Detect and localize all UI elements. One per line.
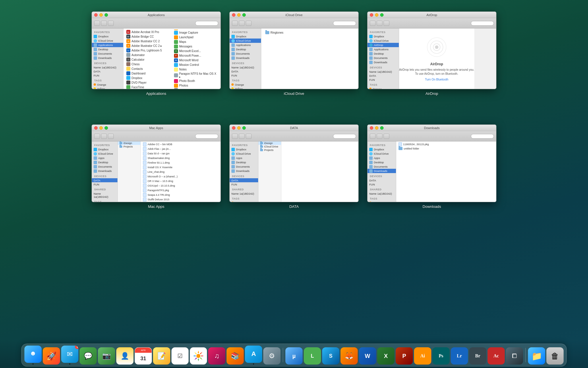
dock-item-photos[interactable]: [190, 347, 207, 365]
search-macapps[interactable]: [195, 134, 218, 139]
forward-btn-dl[interactable]: [377, 134, 382, 139]
sidebar-applications-item[interactable]: Applications: [92, 43, 123, 47]
zoom-button-downloads[interactable]: [380, 126, 384, 130]
dock-item-folder[interactable]: 📁: [528, 347, 545, 365]
back-btn-macapps[interactable]: [94, 134, 100, 139]
close-button-icloud[interactable]: [232, 13, 235, 17]
search-dl[interactable]: [471, 134, 494, 139]
sidebar-data-device[interactable]: DATA: [92, 69, 123, 73]
finder-window-applications[interactable]: Applications Favorites Dropbox iCloud Dr…: [92, 12, 221, 89]
zoom-button-airdrop[interactable]: [380, 13, 384, 17]
dock-item-sysprefs[interactable]: ⚙: [263, 347, 281, 365]
search-airdrop[interactable]: [471, 21, 494, 26]
sidebar-icloud-docs[interactable]: Documents: [230, 51, 261, 56]
airdrop-bluetooth-link[interactable]: Turn On Bluetooth: [425, 78, 448, 81]
dock-item-acrobat[interactable]: Ac: [488, 347, 505, 365]
view-btn-icloud[interactable]: [246, 21, 252, 26]
sidebar-desktop[interactable]: Desktop: [92, 47, 123, 51]
dock-item-ppt[interactable]: P: [396, 347, 413, 365]
back-btn-icloud[interactable]: [232, 21, 238, 26]
finder-window-macapps[interactable]: Mac Apps Favorites Dropbox iCloud Drive: [92, 124, 221, 202]
back-btn[interactable]: [94, 21, 100, 26]
finder-window-icloud[interactable]: iCloud Drive Favorites Dropbox iCloud Dr…: [229, 12, 359, 89]
sidebar-name[interactable]: Name 1a(1BD242): [92, 65, 123, 69]
finder-window-data[interactable]: DATA Favorites Dropbox iCloud Drive Apps: [229, 124, 359, 202]
minimize-button-icloud[interactable]: [237, 13, 241, 17]
dock-item-lightroom[interactable]: Lr: [451, 347, 468, 365]
sidebar-icloud-dl[interactable]: Downloads: [230, 56, 261, 60]
sidebar-fun-device[interactable]: FUN: [92, 73, 123, 77]
dock-item-finder[interactable]: ☻: [24, 346, 42, 365]
zoom-button-icloud[interactable]: [242, 13, 246, 17]
dock-item-appstore[interactable]: A: [245, 346, 262, 365]
dock-item-trash[interactable]: 🗑: [546, 347, 564, 365]
dock-item-reminders[interactable]: ☑: [171, 347, 189, 365]
forward-btn-data[interactable]: [239, 134, 245, 139]
sidebar-icloud: Favorites Dropbox iCloud Drive Applicati…: [230, 28, 261, 89]
sidebar-downloads[interactable]: Downloads: [92, 56, 123, 60]
dock-item-facetime[interactable]: 📷: [98, 347, 115, 365]
view-btn-airdrop[interactable]: [384, 21, 389, 26]
forward-btn-airdrop[interactable]: [377, 21, 382, 26]
view-btn[interactable]: [108, 21, 114, 26]
dock-item-excel[interactable]: X: [377, 347, 394, 365]
tag-orange[interactable]: Orange: [92, 83, 123, 87]
dock-item-illustrator[interactable]: Ai: [414, 347, 431, 365]
dock-item-bridge[interactable]: Br: [469, 347, 486, 365]
close-button-airdrop[interactable]: [370, 13, 373, 17]
finder-window-downloads[interactable]: Downloads Favorites Dropbox iCloud Drive: [367, 124, 496, 202]
forward-btn-macapps[interactable]: [101, 134, 107, 139]
zoom-button-data[interactable]: [242, 126, 246, 130]
sidebar-icloud[interactable]: iCloud Drive: [92, 39, 123, 43]
view-btn-dl[interactable]: [384, 134, 389, 139]
dock-item-utorrent[interactable]: µ: [285, 347, 303, 365]
close-button-downloads[interactable]: [370, 126, 373, 130]
dock-item-launchpad[interactable]: 🚀: [43, 347, 60, 365]
finder-window-airdrop[interactable]: AirDrop Favorites Dropbox iCloud Drive A: [367, 12, 496, 89]
search-applications[interactable]: [195, 21, 218, 26]
minimize-button-macapps[interactable]: [99, 126, 103, 130]
sidebar-documents[interactable]: Documents: [92, 51, 123, 56]
minimize-button-data[interactable]: [237, 126, 241, 130]
view-btn-macapps[interactable]: [108, 134, 114, 139]
windows-row-1: Applications Favorites Dropbox iCloud Dr…: [0, 0, 588, 96]
sidebar-icloud-apps[interactable]: Applications: [230, 43, 261, 47]
dock-item-notes[interactable]: 📝: [153, 347, 170, 365]
dock-item-line[interactable]: L: [304, 347, 321, 365]
zoom-button-applications[interactable]: [105, 13, 108, 17]
minimize-button-downloads[interactable]: [375, 126, 378, 130]
sidebar-icloud-icloud[interactable]: iCloud Drive: [230, 39, 261, 43]
dock-item-photoshop[interactable]: Ps: [432, 347, 450, 365]
back-btn-dl[interactable]: [370, 134, 376, 139]
close-button-applications[interactable]: [94, 13, 98, 17]
notes-icon: 📝: [153, 347, 170, 365]
close-button-data[interactable]: [232, 126, 235, 130]
search-data[interactable]: [333, 134, 356, 139]
dock-item-books[interactable]: 📚: [227, 347, 244, 365]
dock-item-filemerge[interactable]: ⧠: [506, 347, 523, 365]
forward-btn-icloud[interactable]: [239, 21, 245, 26]
minimize-button-airdrop[interactable]: [375, 13, 378, 17]
sidebar-dropbox[interactable]: Dropbox: [92, 34, 123, 39]
tag-yellow[interactable]: Yellow: [92, 87, 123, 89]
forward-btn[interactable]: [101, 21, 107, 26]
dock-item-skype[interactable]: S: [322, 347, 339, 365]
sidebar-icloud-dropbox[interactable]: Dropbox: [230, 34, 261, 39]
zoom-button-macapps[interactable]: [105, 126, 108, 130]
sidebar-icloud-desktop[interactable]: Desktop: [230, 47, 261, 51]
view-btn-data[interactable]: [246, 134, 252, 139]
dock-item-contacts[interactable]: 👤: [116, 347, 134, 365]
back-btn-data[interactable]: [232, 134, 238, 139]
dock-item-music[interactable]: ♫: [208, 347, 225, 365]
dock-item-firefox[interactable]: 🦊: [341, 347, 358, 365]
close-button-macapps[interactable]: [94, 126, 98, 130]
app-excel: XMicrosoft Excel...: [172, 49, 219, 53]
dock-item-messages[interactable]: 💬: [80, 347, 97, 365]
app-dashboard: Dashboard: [125, 71, 172, 76]
search-icloud[interactable]: [333, 21, 356, 26]
back-btn-airdrop[interactable]: [370, 21, 376, 26]
dock-item-mail[interactable]: ✉ 1: [61, 346, 78, 365]
dock-item-word[interactable]: W: [359, 347, 376, 365]
dock-item-calendar[interactable]: APR 31: [135, 347, 152, 365]
minimize-button-applications[interactable]: [99, 13, 103, 17]
